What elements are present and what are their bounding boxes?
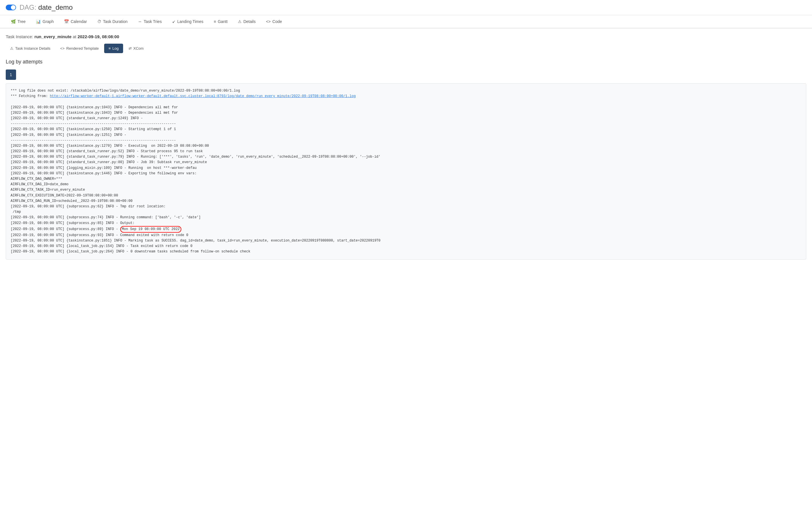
task-instance-name: run_every_minute: [34, 34, 71, 39]
sub-tab-log[interactable]: ≡ Log: [104, 44, 123, 53]
tab-gantt[interactable]: ≡ Gantt: [208, 15, 233, 28]
tree-icon: 🌿: [11, 19, 16, 24]
details-icon: ⚠: [238, 19, 242, 24]
tab-tree-label: Tree: [17, 19, 26, 24]
log-section: Log by attempts 1 *** Log file does not …: [6, 59, 806, 260]
attempt-buttons: 1: [6, 70, 806, 80]
log-section-title: Log by attempts: [6, 59, 806, 65]
graph-icon: 📊: [36, 19, 41, 24]
tab-task-tries-label: Task Tries: [144, 19, 162, 24]
sub-tab-details-label: Task Instance Details: [15, 46, 50, 51]
tab-task-tries[interactable]: ↔ Task Tries: [133, 15, 167, 28]
sub-tab-rendered-label: Rendered Template: [66, 46, 99, 51]
dag-name: date_demo: [38, 3, 73, 11]
log-icon: ≡: [108, 46, 111, 51]
attempt-1-button[interactable]: 1: [6, 70, 16, 80]
task-instance-at: at: [73, 34, 77, 39]
dag-label: DAG:: [19, 3, 37, 11]
task-duration-icon: ⏱: [97, 19, 101, 24]
attempt-1-label: 1: [10, 72, 12, 77]
tab-graph-label: Graph: [42, 19, 54, 24]
landing-times-icon: ↙: [172, 19, 176, 24]
dag-title: DAG: date_demo: [19, 3, 73, 12]
sub-tabs: ⚠ Task Instance Details <> Rendered Temp…: [6, 44, 806, 53]
task-tries-icon: ↔: [138, 19, 142, 24]
tab-task-duration[interactable]: ⏱ Task Duration: [92, 15, 133, 28]
tab-details[interactable]: ⚠ Details: [233, 15, 261, 28]
gantt-icon: ≡: [214, 19, 216, 24]
top-bar: DAG: date_demo: [0, 0, 812, 15]
tab-calendar[interactable]: 📅 Calendar: [59, 15, 92, 28]
tab-graph[interactable]: 📊 Graph: [31, 15, 59, 28]
tab-code[interactable]: <> Code: [261, 15, 287, 28]
sub-tab-log-label: Log: [113, 46, 119, 51]
sub-tab-task-instance-details[interactable]: ⚠ Task Instance Details: [6, 44, 55, 53]
sub-tab-rendered-template[interactable]: <> Rendered Template: [56, 44, 103, 53]
rendered-template-icon: <>: [60, 46, 64, 51]
tab-landing-times[interactable]: ↙ Landing Times: [167, 15, 208, 28]
sub-tab-xcom[interactable]: ⇄ XCom: [124, 44, 148, 53]
tab-gantt-label: Gantt: [218, 19, 228, 24]
calendar-icon: 📅: [64, 19, 69, 24]
task-instance-date: 2022-09-19, 08:08:00: [77, 34, 119, 39]
tab-landing-times-label: Landing Times: [177, 19, 203, 24]
task-instance-details-icon: ⚠: [10, 46, 14, 51]
tab-tree[interactable]: 🌿 Tree: [6, 15, 31, 28]
log-content: *** Log file does not exist: /stackable/…: [6, 83, 806, 260]
sub-tab-xcom-label: XCom: [133, 46, 144, 51]
tab-code-label: Code: [272, 19, 282, 24]
dag-toggle[interactable]: [6, 4, 16, 10]
code-icon: <>: [266, 19, 271, 24]
tab-calendar-label: Calendar: [71, 19, 87, 24]
xcom-icon: ⇄: [129, 46, 132, 51]
task-instance-header: Task Instance: run_every_minute at 2022-…: [6, 34, 806, 39]
task-instance-prefix: Task Instance:: [6, 34, 33, 39]
tab-task-duration-label: Task Duration: [103, 19, 128, 24]
tab-details-label: Details: [243, 19, 256, 24]
content-area: Task Instance: run_every_minute at 2022-…: [0, 28, 812, 260]
nav-tabs: 🌿 Tree 📊 Graph 📅 Calendar ⏱ Task Duratio…: [0, 15, 812, 28]
